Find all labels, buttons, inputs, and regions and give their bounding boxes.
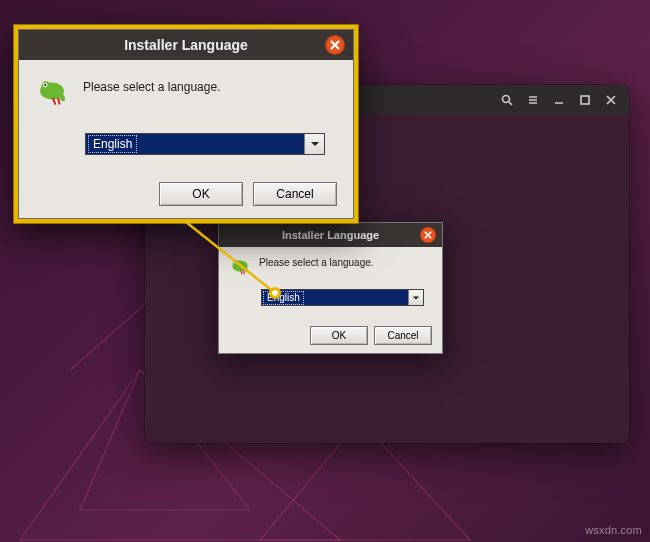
ok-button[interactable]: OK xyxy=(159,182,243,206)
hamburger-icon[interactable] xyxy=(521,88,545,112)
close-icon[interactable] xyxy=(325,35,345,55)
dialog-body: Please select a language. English xyxy=(19,60,353,174)
chameleon-icon xyxy=(35,74,69,111)
zoom-highlight-frame: Installer Language xyxy=(14,25,358,223)
cancel-button[interactable]: Cancel xyxy=(253,182,337,206)
installer-dialog-zoom: Installer Language xyxy=(18,29,354,219)
chevron-down-icon[interactable] xyxy=(408,290,423,305)
dialog-message: Please select a language. xyxy=(259,255,374,268)
dialog-message: Please select a language. xyxy=(83,74,220,94)
svg-point-0 xyxy=(503,96,510,103)
dialog-button-row: OK Cancel xyxy=(19,174,353,218)
dialog-button-row: OK Cancel xyxy=(219,320,442,353)
chameleon-icon xyxy=(229,255,251,279)
desktop-background: ~/Downloads staller.exe Installer Langua… xyxy=(0,0,650,542)
maximize-icon[interactable] xyxy=(573,88,597,112)
language-select[interactable]: English xyxy=(261,289,424,306)
dialog-title: Installer Language xyxy=(247,229,414,241)
dialog-body: Please select a language. English xyxy=(219,247,442,320)
language-selected-value: English xyxy=(88,135,137,153)
language-selected-value: English xyxy=(263,291,304,305)
watermark: wsxdn.com xyxy=(585,524,642,536)
svg-rect-1 xyxy=(581,96,589,104)
cancel-button[interactable]: Cancel xyxy=(374,326,432,345)
installer-dialog-small: Installer Language Please select a langu… xyxy=(218,222,443,354)
close-icon[interactable] xyxy=(599,88,623,112)
dialog-titlebar[interactable]: Installer Language xyxy=(219,223,442,247)
ok-button[interactable]: OK xyxy=(310,326,368,345)
svg-point-9 xyxy=(44,84,46,86)
language-select[interactable]: English xyxy=(85,133,325,155)
svg-point-5 xyxy=(235,262,236,263)
search-icon[interactable] xyxy=(495,88,519,112)
minimize-icon[interactable] xyxy=(547,88,571,112)
dialog-title: Installer Language xyxy=(55,37,317,53)
close-icon[interactable] xyxy=(420,227,436,243)
chevron-down-icon[interactable] xyxy=(304,134,324,154)
dialog-titlebar[interactable]: Installer Language xyxy=(19,30,353,60)
